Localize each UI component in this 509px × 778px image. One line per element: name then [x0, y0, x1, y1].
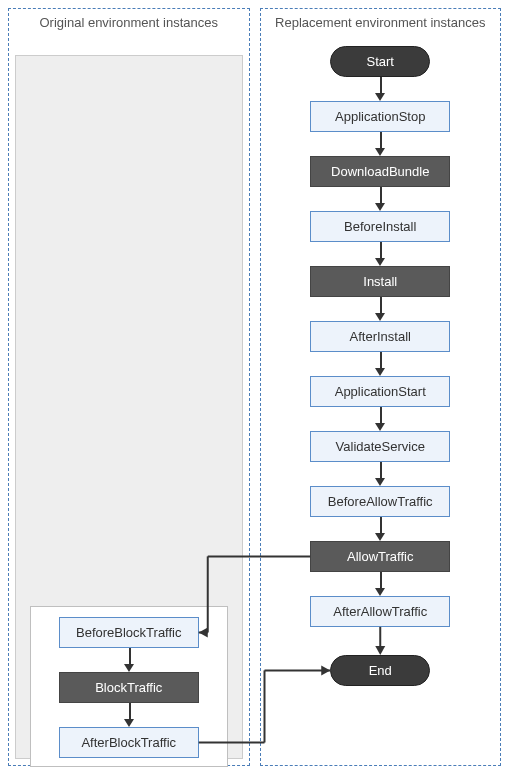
node-install: Install	[310, 266, 450, 297]
node-download-bundle: DownloadBundle	[310, 156, 450, 187]
original-env-column: Original environment instances BeforeBlo…	[8, 8, 250, 766]
node-block-traffic: BlockTraffic	[59, 672, 199, 703]
node-after-allow-traffic: AfterAllowTraffic	[310, 596, 450, 627]
end-terminal: End	[330, 655, 430, 686]
node-application-stop: ApplicationStop	[310, 101, 450, 132]
node-allow-traffic: AllowTraffic	[310, 541, 450, 572]
replacement-env-column: Replacement environment instances Start …	[260, 8, 502, 766]
node-after-block-traffic: AfterBlockTraffic	[59, 727, 199, 758]
node-before-block-traffic: BeforeBlockTraffic	[59, 617, 199, 648]
node-validate-service: ValidateService	[310, 431, 450, 462]
node-application-start: ApplicationStart	[310, 376, 450, 407]
node-before-install: BeforeInstall	[310, 211, 450, 242]
node-before-allow-traffic: BeforeAllowTraffic	[310, 486, 450, 517]
diagram-container: Original environment instances BeforeBlo…	[8, 8, 501, 766]
node-after-install: AfterInstall	[310, 321, 450, 352]
right-flow: Start ApplicationStop DownloadBundle Bef…	[261, 38, 501, 686]
original-env-body: BeforeBlockTraffic BlockTraffic AfterBlo…	[15, 55, 243, 759]
start-terminal: Start	[330, 46, 430, 77]
replacement-env-title: Replacement environment instances	[261, 9, 501, 38]
block-traffic-group: BeforeBlockTraffic BlockTraffic AfterBlo…	[30, 606, 228, 767]
left-flow: BeforeBlockTraffic BlockTraffic AfterBlo…	[31, 617, 227, 758]
original-env-title: Original environment instances	[9, 9, 249, 38]
